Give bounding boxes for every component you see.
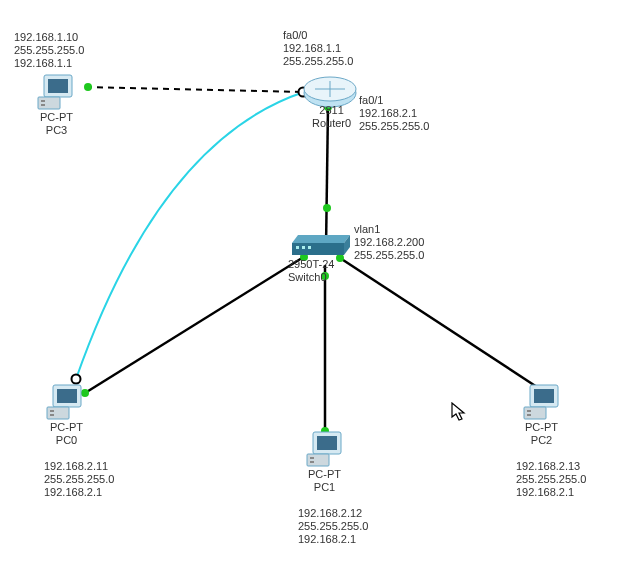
svg-rect-29 (527, 414, 531, 416)
svg-rect-17 (47, 407, 69, 419)
pc0-node[interactable] (47, 385, 81, 419)
pc3-config: 192.168.1.10 255.255.255.0 192.168.1.1 (14, 31, 84, 71)
pc0-config: 192.168.2.11 255.255.255.0 192.168.2.1 (44, 460, 114, 500)
svg-rect-19 (50, 414, 54, 416)
device-model: PC-PT (308, 468, 341, 480)
router0-fa01-label: fa0/1 192.168.2.1 255.255.255.0 (359, 94, 429, 134)
switch0-node[interactable] (292, 235, 350, 255)
svg-rect-26 (534, 389, 554, 403)
device-model: 2950T-24 (288, 258, 334, 270)
link-pc3-router0 (86, 87, 304, 92)
svg-rect-18 (50, 410, 54, 412)
svg-rect-12 (38, 97, 60, 109)
pc2-config: 192.168.2.13 255.255.255.0 192.168.2.1 (516, 460, 586, 500)
pc3-label: PC-PT PC3 (40, 111, 73, 137)
port-dot (81, 389, 89, 397)
serial-link-pc0-router0 (76, 92, 304, 379)
device-name: PC1 (314, 481, 335, 493)
svg-rect-14 (41, 104, 45, 106)
device-model: PC-PT (40, 111, 73, 123)
svg-rect-9 (308, 246, 311, 249)
svg-rect-27 (524, 407, 546, 419)
svg-rect-24 (310, 461, 314, 463)
router0-label: 2811 Router0 (312, 104, 351, 130)
device-name: PC0 (56, 434, 77, 446)
device-name: Switch0 (288, 271, 327, 283)
device-model: PC-PT (50, 421, 83, 433)
device-name: Router0 (312, 117, 351, 129)
svg-rect-11 (48, 79, 68, 93)
pc1-node[interactable] (307, 432, 341, 466)
pc1-config: 192.168.2.12 255.255.255.0 192.168.2.1 (298, 507, 368, 547)
pc0-label: PC-PT PC0 (50, 421, 83, 447)
pc3-node[interactable] (38, 75, 72, 109)
port-dot (323, 204, 331, 212)
switch0-label: 2950T-24 Switch0 (288, 258, 334, 284)
port-ring (72, 375, 81, 384)
switch0-vlan1-label: vlan1 192.168.2.200 255.255.255.0 (354, 223, 424, 263)
pc2-node[interactable] (524, 385, 558, 419)
svg-rect-8 (302, 246, 305, 249)
svg-rect-4 (292, 243, 344, 255)
svg-rect-21 (317, 436, 337, 450)
svg-rect-28 (527, 410, 531, 412)
svg-rect-23 (310, 457, 314, 459)
device-name: PC3 (46, 124, 67, 136)
pc2-label: PC-PT PC2 (525, 421, 558, 447)
svg-rect-13 (41, 100, 45, 102)
link-switch0-pc2 (340, 258, 540, 389)
device-model: 2811 (319, 104, 343, 116)
device-name: PC2 (531, 434, 552, 446)
device-model: PC-PT (525, 421, 558, 433)
network-diagram: fa0/0 192.168.1.1 255.255.255.0 fa0/1 19… (0, 0, 633, 564)
svg-rect-16 (57, 389, 77, 403)
pc1-label: PC-PT PC1 (308, 468, 341, 494)
router0-fa00-label: fa0/0 192.168.1.1 255.255.255.0 (283, 29, 353, 69)
svg-rect-7 (296, 246, 299, 249)
svg-rect-22 (307, 454, 329, 466)
router0-node[interactable] (304, 77, 356, 107)
port-dot (84, 83, 92, 91)
svg-marker-5 (292, 235, 350, 243)
port-dot (336, 254, 344, 262)
